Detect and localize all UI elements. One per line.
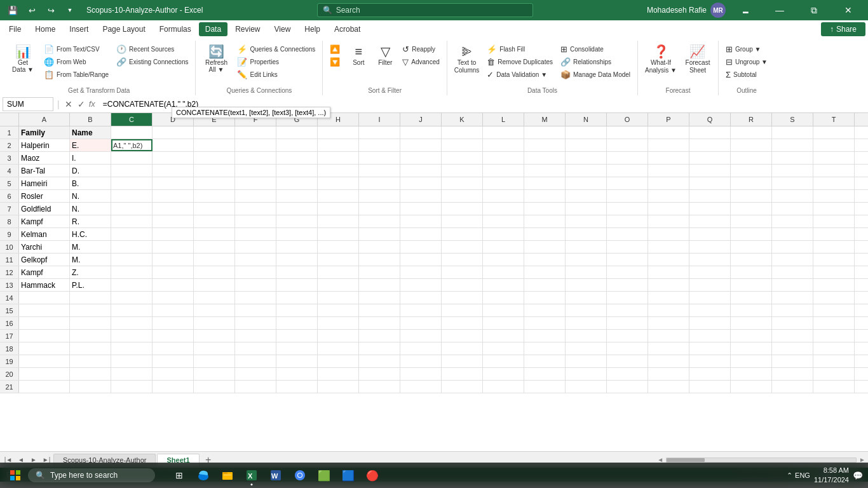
cell-h4[interactable]	[318, 165, 359, 177]
cell-a12[interactable]: Kampf	[19, 266, 70, 278]
remove-duplicates-button[interactable]: 🗑 Remove Duplicates	[484, 56, 556, 68]
cell-q6[interactable]	[689, 190, 731, 202]
menu-help[interactable]: Help	[298, 22, 327, 36]
cell-q17[interactable]	[689, 330, 731, 342]
cell-s19[interactable]	[772, 355, 813, 367]
cell-g13[interactable]	[276, 279, 318, 291]
cell-h3[interactable]	[318, 152, 359, 164]
menu-acrobat[interactable]: Acrobat	[328, 22, 367, 36]
cell-p20[interactable]	[648, 368, 689, 380]
cell-n7[interactable]	[566, 203, 607, 215]
cell-k21[interactable]	[442, 381, 483, 393]
cell-j6[interactable]	[400, 190, 442, 202]
cell-q11[interactable]	[689, 254, 731, 266]
manage-data-model-button[interactable]: 📦 Manage Data Model	[557, 69, 634, 81]
cell-d19[interactable]	[153, 355, 194, 367]
cell-h17[interactable]	[318, 330, 359, 342]
cell-k6[interactable]	[442, 190, 483, 202]
cell-i21[interactable]	[359, 381, 400, 393]
cell-f10[interactable]	[235, 241, 276, 253]
cell-e18[interactable]	[194, 342, 235, 355]
cell-j18[interactable]	[400, 342, 442, 355]
cell-u8[interactable]	[855, 215, 868, 227]
cell-o18[interactable]	[607, 342, 648, 355]
cell-u19[interactable]	[855, 355, 868, 367]
cell-r8[interactable]	[731, 215, 772, 227]
cell-b15[interactable]	[70, 304, 111, 316]
taskbar-chrome[interactable]	[288, 464, 311, 487]
cell-a7[interactable]: Goldfield	[19, 203, 70, 215]
cell-c7[interactable]	[111, 203, 153, 215]
row-num-21[interactable]: 21	[0, 381, 19, 393]
cell-q19[interactable]	[689, 355, 731, 367]
cell-a11[interactable]: Gelkopf	[19, 254, 70, 266]
cell-h18[interactable]	[318, 342, 359, 355]
cell-r15[interactable]	[731, 304, 772, 316]
cell-f21[interactable]	[235, 381, 276, 393]
cell-h12[interactable]	[318, 266, 359, 278]
cell-f8[interactable]	[235, 215, 276, 227]
minimize-button[interactable]: —	[765, 0, 794, 20]
cell-m15[interactable]	[524, 304, 566, 316]
relationships-button[interactable]: 🔗 Relationships	[557, 56, 634, 68]
cell-c10[interactable]	[111, 241, 153, 253]
cell-i9[interactable]	[359, 228, 400, 240]
cell-k1[interactable]	[442, 126, 483, 139]
cell-b13[interactable]: P.L.	[70, 279, 111, 291]
cell-a8[interactable]: Kampf	[19, 215, 70, 227]
cell-n17[interactable]	[566, 330, 607, 342]
cell-m21[interactable]	[524, 381, 566, 393]
taskbar-edge[interactable]	[192, 464, 215, 487]
reapply-button[interactable]: ↺ Reapply	[399, 43, 442, 55]
cell-n10[interactable]	[566, 241, 607, 253]
cell-h9[interactable]	[318, 228, 359, 240]
cell-n18[interactable]	[566, 342, 607, 355]
cell-d20[interactable]	[153, 368, 194, 380]
cell-t17[interactable]	[813, 330, 855, 342]
h-scrollbar[interactable]	[666, 458, 857, 463]
col-header-t[interactable]: T	[813, 113, 855, 126]
cell-m3[interactable]	[524, 152, 566, 164]
cell-h6[interactable]	[318, 190, 359, 202]
cell-r11[interactable]	[731, 254, 772, 266]
row-num-19[interactable]: 19	[0, 355, 19, 367]
cell-m12[interactable]	[524, 266, 566, 278]
cell-l6[interactable]	[483, 190, 524, 202]
cell-j9[interactable]	[400, 228, 442, 240]
cell-g16[interactable]	[276, 317, 318, 329]
cell-t16[interactable]	[813, 317, 855, 329]
cell-p7[interactable]	[648, 203, 689, 215]
cell-a20[interactable]	[19, 368, 70, 380]
cell-q9[interactable]	[689, 228, 731, 240]
cell-p13[interactable]	[648, 279, 689, 291]
cell-c20[interactable]	[111, 368, 153, 380]
cell-h14[interactable]	[318, 292, 359, 304]
cell-k7[interactable]	[442, 203, 483, 215]
menu-home[interactable]: Home	[29, 22, 62, 36]
cell-n13[interactable]	[566, 279, 607, 291]
cell-k20[interactable]	[442, 368, 483, 380]
col-header-s[interactable]: S	[772, 113, 813, 126]
cell-t18[interactable]	[813, 342, 855, 355]
cell-m10[interactable]	[524, 241, 566, 253]
cell-c13[interactable]	[111, 279, 153, 291]
cell-o15[interactable]	[607, 304, 648, 316]
cell-p2[interactable]	[648, 139, 689, 151]
cell-s14[interactable]	[772, 292, 813, 304]
cell-h11[interactable]	[318, 254, 359, 266]
cell-d17[interactable]	[153, 330, 194, 342]
cell-l10[interactable]	[483, 241, 524, 253]
cell-p15[interactable]	[648, 304, 689, 316]
cell-m20[interactable]	[524, 368, 566, 380]
cell-o3[interactable]	[607, 152, 648, 164]
cell-l16[interactable]	[483, 317, 524, 329]
properties-button[interactable]: 📝 Properties	[234, 56, 318, 68]
from-web-button[interactable]: 🌐 From Web	[41, 56, 112, 68]
cell-a6[interactable]: Rosler	[19, 190, 70, 202]
cell-r7[interactable]	[731, 203, 772, 215]
cell-j19[interactable]	[400, 355, 442, 367]
taskbar-notification[interactable]: 💬	[853, 471, 863, 480]
cell-n1[interactable]	[566, 126, 607, 139]
cell-e17[interactable]	[194, 330, 235, 342]
confirm-formula-button[interactable]: ✓	[76, 98, 86, 111]
